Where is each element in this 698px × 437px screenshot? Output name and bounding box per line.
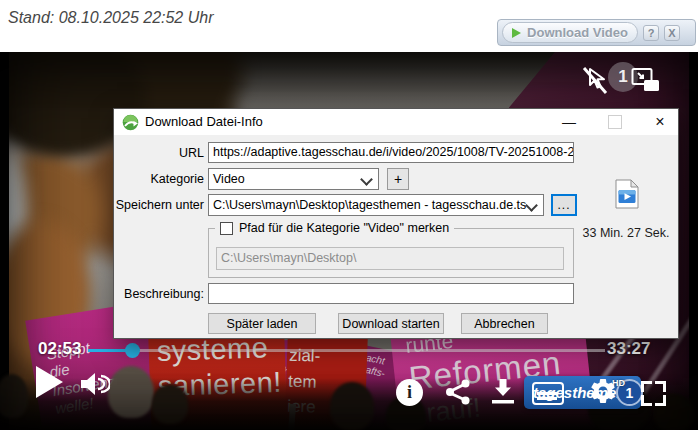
subtitles-icon[interactable] bbox=[532, 382, 564, 405]
later-button[interactable]: Später laden bbox=[208, 313, 316, 334]
start-download-button[interactable]: Download starten bbox=[338, 313, 444, 334]
share-icon[interactable] bbox=[444, 378, 472, 406]
minimize-button[interactable]: — bbox=[551, 109, 587, 135]
save-as-value: C:\Users\mayn\Desktop\tagesthemen - tage… bbox=[213, 198, 526, 212]
remember-path-label: Pfad für die Kategorie "Video" merken bbox=[239, 221, 449, 235]
page-timestamp: Stand: 08.10.2025 22:52 Uhr bbox=[8, 9, 214, 27]
download-video-label: Download Video bbox=[527, 25, 628, 40]
remember-path-caption: Pfad für die Kategorie "Video" merken bbox=[215, 221, 454, 235]
remember-path-value: C:\Users\mayn\Desktop\ bbox=[216, 247, 564, 270]
browse-button[interactable]: ... bbox=[551, 194, 577, 216]
info-icon[interactable]: i bbox=[396, 379, 423, 406]
cancel-button[interactable]: Abbrechen bbox=[461, 313, 548, 334]
pip-icon[interactable] bbox=[631, 67, 661, 93]
description-input[interactable] bbox=[208, 283, 574, 304]
person-head bbox=[108, 366, 154, 418]
video-edge bbox=[0, 52, 9, 430]
person-head bbox=[152, 384, 188, 424]
chevron-down-icon bbox=[360, 173, 373, 186]
save-as-input[interactable]: C:\Users\mayn\Desktop\tagesthemen - tage… bbox=[208, 194, 544, 216]
file-duration-text: 33 Min. 27 Sek. bbox=[562, 226, 690, 240]
dialog-title: Download Datei-Info bbox=[145, 114, 263, 129]
settings-icon[interactable] bbox=[588, 376, 618, 406]
add-category-button[interactable]: + bbox=[387, 168, 409, 190]
remember-path-group: Pfad für die Kategorie "Video" merken C:… bbox=[208, 228, 574, 278]
download-icon[interactable] bbox=[490, 378, 516, 406]
close-button[interactable]: × bbox=[642, 109, 678, 135]
url-input[interactable]: https://adaptive.tagesschau.de/i/video/2… bbox=[208, 142, 574, 163]
save-as-label: Speichern unter bbox=[114, 198, 204, 212]
maximize-button bbox=[600, 109, 630, 135]
video-edge bbox=[689, 52, 698, 430]
description-label: Beschreibung: bbox=[114, 287, 204, 301]
url-label: URL bbox=[114, 146, 204, 160]
play-icon bbox=[512, 28, 521, 38]
idm-globe-icon bbox=[122, 114, 139, 131]
panel-close-button[interactable]: X bbox=[664, 25, 680, 41]
play-button[interactable] bbox=[36, 366, 63, 398]
current-time: 02:53 bbox=[38, 339, 81, 359]
kategorie-select[interactable]: Video bbox=[208, 168, 379, 190]
maximize-icon bbox=[608, 115, 622, 129]
remember-path-checkbox[interactable] bbox=[220, 222, 233, 235]
download-video-button[interactable]: Download Video bbox=[502, 22, 638, 43]
progress-bar[interactable] bbox=[88, 349, 605, 352]
volume-icon[interactable] bbox=[80, 372, 110, 396]
person-head bbox=[330, 382, 374, 430]
sign-text: zial- bbox=[289, 343, 368, 371]
video-duration: 33:27 bbox=[607, 339, 650, 359]
fullscreen-icon[interactable] bbox=[641, 381, 666, 406]
idm-download-panel: Download Video ? X bbox=[497, 19, 696, 46]
page: Stand: 08.10.2025 22:52 Uhr Download Vid… bbox=[0, 0, 698, 437]
download-dialog: Download Datei-Info — × URL https://adap… bbox=[113, 108, 679, 339]
dialog-titlebar: Download Datei-Info — × bbox=[114, 109, 678, 135]
kategorie-label: Kategorie bbox=[114, 172, 204, 186]
kategorie-value: Video bbox=[213, 172, 245, 186]
person-head bbox=[0, 374, 28, 418]
panel-help-button[interactable]: ? bbox=[643, 25, 659, 41]
chevron-down-icon bbox=[525, 199, 538, 212]
video-file-icon bbox=[615, 179, 639, 209]
